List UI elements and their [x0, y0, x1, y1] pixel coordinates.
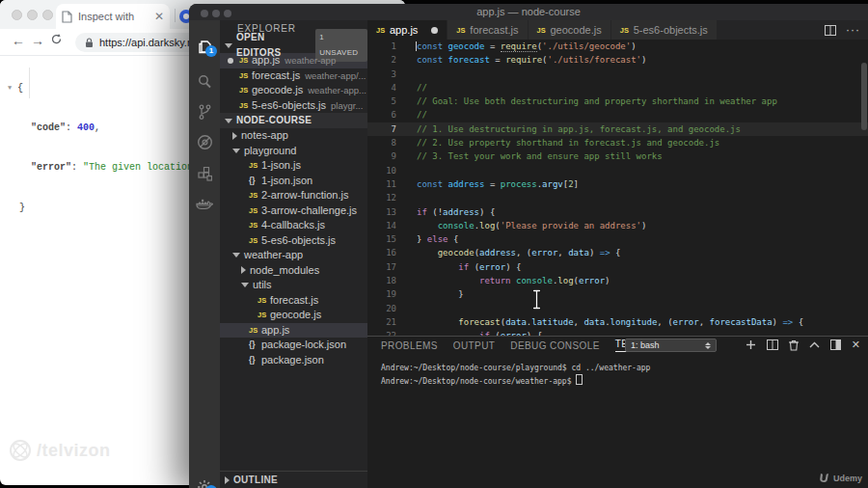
tree-item[interactable]: {}1-json.json — [220, 174, 367, 189]
tree-item[interactable]: JSforecast.js — [220, 293, 367, 309]
browser-zoom-button[interactable] — [42, 10, 53, 20]
unsaved-dot-icon[interactable] — [431, 27, 438, 34]
line-number: 6 — [367, 108, 396, 122]
file-label: forecast.js — [270, 293, 318, 309]
panel-tab-debug-console[interactable]: DEBUG CONSOLE — [510, 340, 599, 351]
reload-icon[interactable] — [50, 33, 63, 45]
debug-icon[interactable] — [189, 127, 220, 156]
telvizon-logo-icon — [8, 438, 33, 463]
chevron-down-icon — [225, 43, 232, 48]
code-line: 17 if (error) { — [367, 260, 868, 274]
chevron-right-icon — [241, 266, 246, 274]
panel-tab-problems[interactable]: PROBLEMS — [381, 340, 438, 351]
js-file-icon: JS — [537, 26, 550, 35]
line-number: 12 — [367, 191, 396, 204]
watermark: /telvizon — [8, 438, 111, 463]
terminal-output[interactable]: Andrew:~/Desktop/node-course/playground$… — [381, 362, 650, 388]
code-line: 16 geocode(address, (error, data) => { — [367, 246, 868, 259]
js-file-icon: JS — [258, 308, 270, 323]
split-terminal-icon[interactable] — [767, 339, 778, 350]
new-terminal-icon[interactable] — [746, 339, 756, 350]
editor-tab-app.js[interactable]: JSapp.js — [367, 20, 448, 40]
open-editors-header[interactable]: OPEN EDITORS 1 UNSAVED — [220, 38, 367, 53]
window-title: app.js — node-course — [189, 4, 868, 20]
close-tab-icon[interactable]: ✕ — [154, 11, 164, 22]
json-file-icon: {} — [249, 174, 261, 189]
js-file-icon: JS — [258, 293, 270, 309]
docker-icon[interactable] — [189, 191, 220, 220]
tree-item[interactable]: notes-app — [220, 128, 367, 144]
tree-item[interactable]: JSgeocode.js — [220, 308, 367, 323]
tab-actions: ··· — [825, 20, 860, 40]
tree-item[interactable]: {}package-lock.json — [220, 338, 367, 353]
source-control-icon[interactable] — [189, 97, 220, 126]
tree-item[interactable]: {}package.json — [220, 353, 367, 368]
line-number: 19 — [367, 287, 396, 301]
js-file-icon: JS — [456, 26, 469, 35]
tree-item[interactable]: JS5-es6-objects.js — [220, 233, 367, 249]
tab-label: app.js — [390, 24, 418, 36]
outline-section[interactable]: OUTLINE — [220, 471, 367, 488]
tree-item[interactable]: JSapp.js — [220, 323, 367, 339]
search-icon[interactable] — [189, 67, 220, 95]
code-editor[interactable]: 1const geocode = require('./utils/geocod… — [367, 40, 868, 336]
bottom-panel: PROBLEMSOUTPUTDEBUG CONSOLETERMINAL 1: b… — [367, 336, 868, 488]
extensions-icon[interactable] — [189, 159, 220, 188]
url-text: https://api.darksky.ne — [99, 37, 199, 48]
collapse-triangle-icon[interactable]: ▼ — [8, 82, 17, 95]
code-line: 10 — [367, 164, 868, 177]
code-line: 21 forecast(data.latitude, data.longitud… — [367, 315, 868, 329]
js-file-icon: JS — [249, 188, 261, 203]
js-file-icon: JS — [239, 53, 252, 68]
split-editor-icon[interactable] — [825, 25, 836, 36]
chevron-down-icon — [241, 283, 249, 287]
tree-item[interactable]: JS3-arrow-challenge.js — [220, 203, 367, 219]
tree-item[interactable]: JS2-arrow-function.js — [220, 188, 367, 203]
line-number: 15 — [367, 232, 396, 246]
editor-scrollbar[interactable] — [861, 63, 867, 130]
open-editor-item[interactable]: JSgeocode.jsweather-app... — [220, 83, 367, 98]
forward-icon[interactable]: → — [31, 33, 44, 48]
lock-icon — [85, 38, 94, 48]
tree-item[interactable]: utils — [220, 278, 367, 293]
open-editor-item[interactable]: JS5-es6-objects.jsplaygr... — [220, 98, 367, 114]
file-label: geocode.js — [270, 308, 321, 323]
open-editor-item[interactable]: JSforecast.jsweather-app/... — [220, 68, 367, 84]
file-label: utils — [253, 278, 272, 293]
json-line: "error": "The given location — [8, 161, 193, 175]
back-icon[interactable]: ← — [12, 33, 25, 48]
browser-tab-1[interactable]: Inspect with ✕ — [56, 4, 170, 29]
editor-tab-forecast.js[interactable]: JSforecast.js — [448, 20, 528, 40]
root-folder-header[interactable]: NODE-COURSE — [220, 113, 367, 128]
tree-item[interactable]: node_modules — [220, 263, 367, 279]
more-actions-icon[interactable]: ··· — [846, 23, 860, 37]
browser-close-button[interactable] — [12, 10, 22, 20]
file-label: package-lock.json — [261, 338, 346, 353]
browser-minimize-button[interactable] — [27, 10, 38, 20]
panel-layout-icon[interactable] — [830, 339, 841, 350]
select-arrows-icon — [705, 342, 711, 349]
line-number: 8 — [367, 136, 396, 149]
tree-item[interactable]: weather-app — [220, 248, 367, 263]
tree-item[interactable]: JS4-callbacks.js — [220, 218, 367, 233]
settings-gear-icon[interactable] — [189, 473, 220, 488]
maximize-panel-chevron-icon[interactable] — [809, 341, 820, 348]
terminal-shell-select[interactable]: 1: bash — [625, 339, 717, 352]
panel-tab-output[interactable]: OUTPUT — [453, 340, 496, 351]
tree-item[interactable]: playground — [220, 144, 367, 159]
line-number: 10 — [367, 164, 396, 177]
code-line: 20 — [367, 302, 868, 315]
file-label: node_modules — [250, 263, 319, 279]
file-label: 5-es6-objects.js — [261, 233, 336, 249]
code-line: 6// — [367, 108, 868, 122]
close-panel-icon[interactable]: ✕ — [852, 339, 860, 351]
activity-bar: 1 1 — [189, 20, 220, 488]
line-number: 7 — [367, 122, 396, 136]
editor-tab-5-es6-objects.js[interactable]: JS5-es6-objects.js — [611, 20, 718, 40]
kill-terminal-trash-icon[interactable] — [789, 339, 799, 351]
file-tree: notes-appplaygroundJS1-json.js{}1-json.j… — [220, 128, 367, 367]
file-label: app.js — [252, 53, 280, 68]
code-line: 12 — [367, 191, 868, 204]
tree-item[interactable]: JS1-json.js — [220, 158, 367, 174]
editor-tab-geocode.js[interactable]: JSgeocode.js — [529, 20, 611, 40]
